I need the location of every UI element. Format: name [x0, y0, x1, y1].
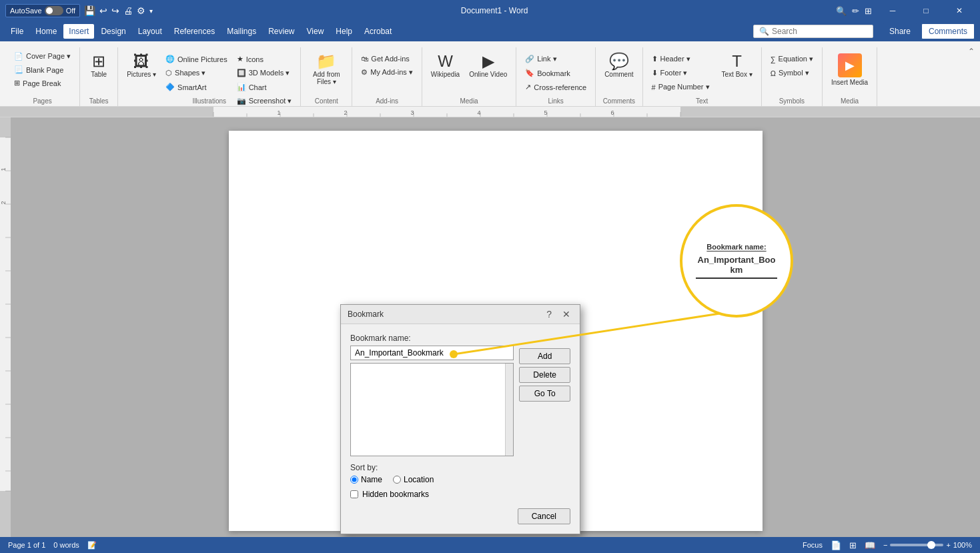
close-button[interactable]: ✕ [944, 0, 975, 21]
redo-icon[interactable]: ↪ [111, 5, 119, 16]
ribbon-collapse-icon[interactable]: ⌃ [968, 47, 975, 56]
print-icon[interactable]: 🖨 [123, 5, 133, 16]
link-button[interactable]: 🔗 Link ▾ [522, 53, 590, 65]
menu-home[interactable]: Home [30, 24, 62, 39]
addins-group-label: Add-ins [376, 97, 398, 105]
svg-rect-2 [680, 107, 980, 117]
menu-design[interactable]: Design [95, 24, 131, 39]
zoom-thumb [927, 541, 935, 549]
restore-icon[interactable]: ⊞ [865, 6, 872, 16]
autosave-button[interactable]: AutoSave Off [5, 4, 80, 17]
radio-group: Name Location [350, 475, 570, 484]
bookmark-name-input[interactable] [350, 346, 514, 360]
menu-review[interactable]: Review [263, 24, 300, 39]
cover-page-button[interactable]: 📄 Cover Page ▾ [11, 50, 74, 63]
pictures-button[interactable]: 🖼 Pictures ▾ [123, 50, 159, 81]
delete-button[interactable]: Delete [519, 367, 570, 383]
screenshot-button[interactable]: 📷 Screenshot ▾ [233, 95, 296, 107]
text-box-button[interactable]: T Text Box ▾ [718, 50, 756, 81]
icons-button[interactable]: ★ Icons [233, 53, 296, 65]
bookmark-list[interactable] [350, 363, 514, 456]
zoom-controls: − + 100% [883, 541, 972, 549]
links-group-label: Links [548, 97, 564, 105]
media-right-group-label: Media [841, 97, 859, 105]
zoom-in-icon[interactable]: + [946, 541, 950, 549]
zoom-slider[interactable] [890, 544, 943, 546]
page-break-button[interactable]: ⊞ Page Break [11, 77, 74, 89]
page-number-button[interactable]: # Page Number ▾ [648, 81, 713, 93]
cross-reference-button[interactable]: ↗ Cross-reference [522, 81, 590, 93]
blank-page-button[interactable]: 📃 Blank Page [11, 63, 74, 76]
customize-icon[interactable]: ⚙ [137, 5, 145, 16]
dialog-close-button[interactable]: ✕ [560, 309, 573, 320]
undo-icon[interactable]: ↩ [99, 5, 107, 16]
smartart-button[interactable]: 🔷 SmartArt [162, 81, 231, 93]
insert-media-button[interactable]: ▶ Insert Media [828, 50, 871, 89]
add-button[interactable]: Add [519, 348, 570, 364]
tables-group-label: Tables [89, 97, 109, 105]
3d-models-button[interactable]: 🔲 3D Models ▾ [233, 67, 296, 79]
footer-button[interactable]: ⬇ Footer ▾ [648, 67, 713, 79]
online-video-icon: ▶ [482, 53, 494, 69]
sort-location-radio[interactable]: Location [393, 475, 434, 484]
layout-icon[interactable]: ⊞ [849, 540, 857, 550]
online-pictures-icon: 🌐 [165, 55, 175, 63]
menu-mailings[interactable]: Mailings [221, 24, 262, 39]
svg-rect-1 [0, 107, 213, 117]
wikipedia-button[interactable]: W Wikipedia [428, 50, 463, 81]
comment-button[interactable]: 💬 Comment [601, 50, 636, 81]
online-video-button[interactable]: ▶ Online Video [466, 50, 510, 81]
window-controls: ─ □ ✕ [877, 0, 975, 21]
text-box-icon: T [732, 53, 742, 69]
cancel-button[interactable]: Cancel [518, 508, 570, 524]
equation-button[interactable]: ∑ Equation ▾ [767, 53, 817, 65]
hidden-bookmarks-checkbox[interactable] [350, 490, 358, 498]
menu-view[interactable]: View [302, 24, 330, 39]
sort-name-radio[interactable]: Name [350, 475, 382, 484]
minimize-button[interactable]: ─ [877, 0, 908, 21]
svg-text:1: 1 [277, 109, 280, 116]
menu-help[interactable]: Help [330, 24, 358, 39]
dialog-help-button[interactable]: ? [544, 309, 554, 320]
menu-acrobat[interactable]: Acrobat [359, 24, 397, 39]
zoom-out-icon[interactable]: − [883, 541, 887, 549]
menu-layout[interactable]: Layout [133, 24, 167, 39]
header-button[interactable]: ⬆ Header ▾ [648, 53, 713, 65]
menu-references[interactable]: References [169, 24, 220, 39]
table-icon: ⊞ [92, 53, 105, 69]
comments-button[interactable]: Comments [921, 23, 975, 39]
bookmark-list-scrollbar[interactable] [505, 364, 513, 456]
pen-icon[interactable]: ✏ [852, 6, 859, 16]
sort-location-radio-input[interactable] [393, 476, 401, 484]
online-pictures-button[interactable]: 🌐 Online Pictures [162, 53, 231, 65]
save-icon[interactable]: 💾 [84, 5, 95, 16]
menu-insert[interactable]: Insert [63, 24, 94, 39]
menu-file[interactable]: File [5, 24, 29, 39]
go-to-button[interactable]: Go To [519, 386, 570, 402]
get-addins-button[interactable]: 🛍 Get Add-ins [358, 53, 416, 65]
share-button[interactable]: Share [883, 23, 917, 39]
dialog-body: Bookmark name: Add Delete Go To [341, 324, 580, 508]
ribbon-group-illustrations: 🖼 Pictures ▾ 🌐 Online Pictures ⬡ Shapes … [118, 47, 301, 106]
title-bar-left: AutoSave Off 💾 ↩ ↪ 🖨 ⚙ ▾ [5, 4, 153, 17]
view-mode-icon[interactable]: 📄 [831, 540, 841, 550]
chart-button[interactable]: 📊 Chart [233, 81, 296, 93]
svg-text:6: 6 [610, 109, 614, 116]
search-input[interactable] [772, 27, 865, 36]
proofing-icon[interactable]: 📝 [87, 541, 97, 550]
sort-name-radio-input[interactable] [350, 476, 358, 484]
symbol-button[interactable]: Ω Symbol ▾ [767, 67, 817, 79]
search-icon-titlebar[interactable]: 🔍 [836, 6, 847, 16]
table-button[interactable]: ⊞ Table [85, 50, 112, 81]
bookmark-button[interactable]: 🔖 Bookmark [522, 67, 590, 79]
word-count: 0 words [53, 541, 79, 549]
shapes-button[interactable]: ⬡ Shapes ▾ [162, 67, 231, 79]
focus-label[interactable]: Focus [803, 541, 823, 549]
my-addins-button[interactable]: ⚙ My Add-ins ▾ [358, 66, 416, 79]
get-addins-icon: 🛍 [361, 55, 368, 63]
add-from-files-button[interactable]: 📁 Add from Files ▾ [306, 50, 346, 89]
autosave-toggle[interactable] [45, 6, 63, 15]
maximize-button[interactable]: □ [911, 0, 941, 21]
reading-icon[interactable]: 📖 [865, 540, 875, 550]
dialog-title-bar: Bookmark ? ✕ [341, 305, 580, 324]
